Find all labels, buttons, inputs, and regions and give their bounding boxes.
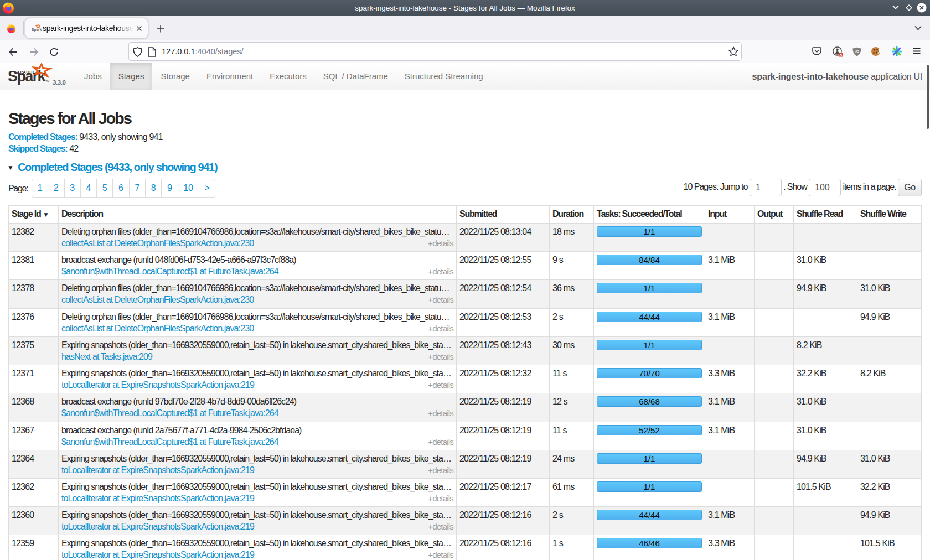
svg-text:TM: TM xyxy=(46,80,50,83)
svg-text:APACHE: APACHE xyxy=(17,70,36,74)
svg-text:UO: UO xyxy=(855,50,860,53)
